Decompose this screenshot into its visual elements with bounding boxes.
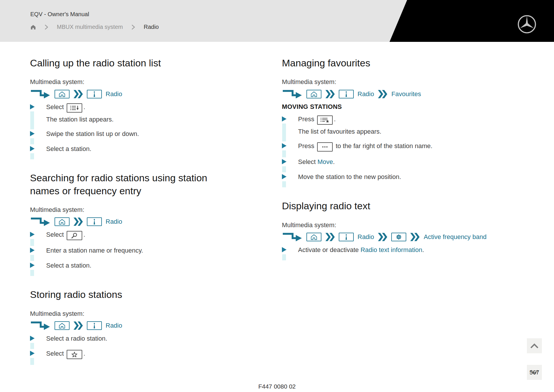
step-text: Press [298,142,316,150]
favourite-star-icon [67,350,82,359]
step: Press . The list of favourites appears. [282,115,455,142]
path-arrow-icon [282,89,303,99]
home-button-icon [55,90,70,98]
step: Swipe the station list up or down. [30,130,232,145]
step-text: Enter a station name or frequency. [46,247,143,254]
step-text: Swipe the station list up or down. [46,130,139,137]
menu-path: Radio [30,320,232,331]
station-list-icon [67,103,82,113]
step: Select a radio station. [30,335,232,350]
figure-code: F447 0080 02 [0,383,554,390]
double-chevron-icon [73,217,83,226]
system-label: Multimedia system: [282,78,455,86]
menu-path: Radio Favourites [282,89,455,100]
system-label: Multimedia system: [30,78,232,86]
mercedes-benz-logo-icon [517,14,537,34]
step: Select . [30,350,232,365]
step-list: Select a radio station. Select . [30,335,232,365]
double-chevron-icon [378,90,388,98]
step: Press to the far right of the station na… [282,142,455,158]
step-text: Select [298,158,317,165]
step-result: The station list appears. [46,115,232,124]
page-header: EQV - Owner's Manual MBUX multimedia sys… [0,0,554,42]
radio-tower-icon [87,90,102,98]
section-heading: Calling up the radio station list [30,57,232,69]
step-text: Select a station. [46,262,91,269]
section-heading: Displaying radio text [282,199,455,212]
path-label-favourites: Favourites [391,90,421,98]
section-managing-favourites: Managing favourites Multimedia system: R… [282,57,455,188]
step-text: to the far right of the station name. [334,142,432,150]
step-text: Move the station to the new position. [298,173,401,180]
chevron-up-icon [530,343,539,349]
search-icon [67,231,82,240]
scroll-to-top-button[interactable] [527,338,542,353]
section-heading: Searching for radio stations using stati… [30,171,232,197]
path-label-active-frequency-band: Active frequency band [424,233,486,241]
step-text: Press [298,115,316,123]
breadcrumb-item-radio: Radio [144,24,159,30]
step-list: Activate or deactivate Radio text inform… [282,246,455,261]
page-number: 567 [527,365,542,380]
step-text: Select a station. [46,145,91,152]
home-button-icon [306,233,321,241]
left-column: Calling up the radio station list Multim… [30,57,232,377]
path-label-radio: Radio [358,233,374,241]
step-text: Select a radio station. [46,335,107,342]
section-heading: Storing radio stations [30,288,232,301]
path-label-radio: Radio [106,90,122,98]
subsection-heading: MOVING STATIONS [282,103,455,111]
gear-icon [391,233,406,241]
menu-path: Radio [30,216,232,227]
step: Select Move. [282,158,455,173]
step-text: . [422,246,424,253]
home-button-icon [306,90,321,98]
double-chevron-icon [325,233,335,241]
step-text: . [333,158,335,165]
section-searching-stations: Searching for radio stations using stati… [30,171,232,277]
double-chevron-icon [73,90,83,98]
move-option-label: Move [317,158,333,165]
menu-path: Radio [30,89,232,100]
manual-title: EQV - Owner's Manual [30,11,89,18]
double-chevron-icon [325,90,335,98]
path-label-radio: Radio [106,322,122,329]
page-number-button[interactable]: 567 [527,365,542,380]
step-text: Select [46,350,65,357]
path-label-radio: Radio [358,90,374,98]
step: Select a station. [30,145,232,160]
section-storing-stations: Storing radio stations Multimedia system… [30,288,232,365]
step-text: Activate or deactivate [298,246,360,253]
chevron-right-icon [132,24,135,30]
home-icon[interactable] [30,25,36,30]
step: Select . [30,231,232,247]
section-displaying-radio-text: Displaying radio text Multimedia system:… [282,199,455,261]
home-button-icon [55,321,70,330]
step: Enter a station name or frequency. [30,247,232,262]
path-label-radio: Radio [106,218,122,225]
right-column: Managing favourites Multimedia system: R… [282,57,455,272]
path-arrow-icon [282,232,303,242]
menu-path: Radio Active frequency band [282,232,455,242]
radio-text-information-label: Radio text information [360,246,422,253]
step: Move the station to the new position. [282,173,455,188]
path-arrow-icon [30,320,51,331]
breadcrumb: MBUX multimedia system Radio [30,24,159,30]
radio-tower-icon [87,321,102,330]
section-heading: Managing favourites [282,57,455,69]
step-text: . [83,350,85,357]
step-text: . [83,231,85,238]
breadcrumb-item-mbux[interactable]: MBUX multimedia system [57,24,123,30]
step-list: Press . The list of favourites appears. … [282,115,455,188]
step-result: The list of favourites appears. [298,128,455,136]
radio-tower-icon [339,90,354,98]
double-chevron-icon [73,321,83,330]
double-chevron-icon [378,233,388,241]
system-label: Multimedia system: [30,206,232,214]
favourites-list-icon [317,115,333,125]
step-list: Select . Enter a station name or frequen… [30,231,232,277]
chevron-right-icon [45,24,48,30]
step-list: Select . The station list appears. Swipe… [30,103,232,160]
step-text: . [83,103,85,111]
step: Activate or deactivate Radio text inform… [282,246,455,261]
